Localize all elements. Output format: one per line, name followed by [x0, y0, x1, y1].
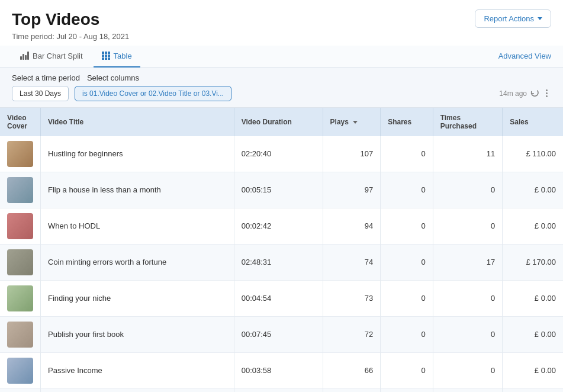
- video-title-text: Hustling for beginners: [48, 149, 123, 158]
- cell-times-purchased: 0: [433, 316, 503, 352]
- data-table-container: VideoCover Video Title Video Duration Pl…: [0, 108, 563, 392]
- table-row: Become a YouTuber 01:13:04 60 0 7 £ 105.: [0, 388, 563, 392]
- time-period-filter-button[interactable]: Last 30 Days: [12, 86, 69, 101]
- times-purchased-value: 0: [491, 221, 495, 230]
- plays-value: 107: [360, 149, 373, 158]
- cell-shares: 0: [381, 208, 433, 244]
- cell-video-cover: [0, 388, 41, 392]
- video-thumbnail: [7, 177, 33, 203]
- cell-video-duration: 00:02:42: [234, 208, 323, 244]
- cell-sales: £ 0.00: [503, 316, 563, 352]
- cell-times-purchased: 17: [433, 244, 503, 280]
- col-header-plays[interactable]: Plays: [323, 108, 381, 136]
- filter-labels: Select a time period Select columns: [12, 73, 551, 82]
- cell-sales: £ 0.00: [503, 280, 563, 316]
- shares-value: 0: [421, 330, 425, 339]
- col-header-shares: Shares: [381, 108, 433, 136]
- cell-times-purchased: 0: [433, 172, 503, 208]
- sales-value: £ 170.00: [526, 258, 556, 266]
- bar-chart-split-icon: [20, 52, 29, 60]
- filters-area: Select a time period Select columns Last…: [0, 68, 563, 108]
- cell-video-cover: [0, 172, 41, 208]
- cell-video-cover: [0, 208, 41, 244]
- video-duration-text: 00:02:42: [242, 221, 272, 230]
- shares-value: 0: [421, 221, 425, 230]
- cell-times-purchased: 0: [433, 352, 503, 388]
- sales-value: £ 0.00: [535, 185, 556, 194]
- table-row: Flip a house in less than a month 00:05:…: [0, 172, 563, 208]
- table-icon: [102, 52, 110, 60]
- cell-sales: £ 110.00: [503, 136, 563, 172]
- sales-value: £ 0.00: [535, 294, 556, 303]
- tabs-left: Bar Chart Split Table: [12, 46, 140, 67]
- cell-shares: 0: [381, 316, 433, 352]
- table-body: Hustling for beginners 02:20:40 107 0 11: [0, 136, 563, 392]
- cell-video-duration: 00:03:58: [234, 352, 323, 388]
- cell-shares: 0: [381, 244, 433, 280]
- tab-bar-chart-split[interactable]: Bar Chart Split: [12, 46, 91, 68]
- cell-plays: 60: [323, 388, 381, 392]
- cell-shares: 0: [381, 136, 433, 172]
- times-purchased-value: 0: [491, 294, 495, 303]
- cell-sales: £ 0.00: [503, 352, 563, 388]
- cell-sales: £ 105.00: [503, 388, 563, 392]
- cell-video-cover: [0, 244, 41, 280]
- plays-value: 94: [365, 221, 373, 230]
- cell-sales: £ 0.00: [503, 172, 563, 208]
- sort-arrow-plays: [353, 121, 358, 124]
- video-title-text: Publish your first book: [48, 330, 124, 339]
- cell-video-title: When to HODL: [41, 208, 234, 244]
- cell-shares: 0: [381, 352, 433, 388]
- table-row: Finding your niche 00:04:54 73 0 0 £ 0.0: [0, 280, 563, 316]
- cell-video-title: Finding your niche: [41, 280, 234, 316]
- plays-value: 66: [365, 366, 373, 375]
- table-header-row: VideoCover Video Title Video Duration Pl…: [0, 108, 563, 136]
- col-header-sales: Sales: [503, 108, 563, 136]
- tab-bar-chart-split-label: Bar Chart Split: [33, 52, 83, 60]
- table-row: Coin minting errors worth a fortune 02:4…: [0, 244, 563, 280]
- chevron-down-icon: [538, 17, 542, 20]
- video-title-text: When to HODL: [48, 221, 100, 230]
- video-title-text: Finding your niche: [48, 294, 111, 303]
- cell-video-title: Hustling for beginners: [41, 136, 234, 172]
- times-purchased-value: 0: [491, 185, 495, 194]
- cell-video-title: Publish your first book: [41, 316, 234, 352]
- tab-table-label: Table: [114, 52, 132, 60]
- cell-video-cover: [0, 352, 41, 388]
- times-purchased-value: 17: [487, 258, 495, 266]
- cell-video-duration: 02:20:40: [234, 136, 323, 172]
- tab-table[interactable]: Table: [94, 46, 140, 68]
- columns-label: Select columns: [87, 73, 139, 82]
- table-row: When to HODL 00:02:42 94 0 0 £ 0.00: [0, 208, 563, 244]
- times-purchased-value: 0: [491, 330, 495, 339]
- advanced-view-link[interactable]: Advanced View: [498, 52, 551, 60]
- cell-sales: £ 170.00: [503, 244, 563, 280]
- cell-video-cover: [0, 316, 41, 352]
- col-header-video-cover: VideoCover: [0, 108, 41, 136]
- plays-value: 97: [365, 185, 373, 194]
- cell-video-title: Passive Income: [41, 352, 234, 388]
- video-thumbnail: [7, 213, 33, 239]
- time-period-label: Select a time period: [12, 73, 80, 82]
- columns-filter-button[interactable]: is 01.Video Cover or 02.Video Title or 0…: [75, 86, 231, 101]
- table-row: Hustling for beginners 02:20:40 107 0 11: [0, 136, 563, 172]
- cell-video-duration: 01:13:04: [234, 388, 323, 392]
- cell-plays: 73: [323, 280, 381, 316]
- video-duration-text: 00:05:15: [242, 185, 272, 194]
- more-options-icon[interactable]: [542, 87, 551, 99]
- cell-plays: 66: [323, 352, 381, 388]
- sales-value: £ 110.00: [526, 149, 556, 158]
- shares-value: 0: [421, 294, 425, 303]
- video-thumbnail: [7, 285, 33, 311]
- sales-value: £ 0.00: [535, 366, 556, 375]
- data-table: VideoCover Video Title Video Duration Pl…: [0, 108, 563, 392]
- title-group: Top Videos Time period: Jul 20 - Aug 18,…: [12, 9, 129, 41]
- report-actions-label: Report Actions: [484, 14, 534, 23]
- video-duration-text: 00:04:54: [242, 294, 272, 303]
- cell-video-duration: 00:04:54: [234, 280, 323, 316]
- times-purchased-value: 11: [487, 149, 495, 158]
- refresh-icon[interactable]: [530, 89, 539, 98]
- cell-shares: 0: [381, 388, 433, 392]
- video-duration-text: 00:03:58: [242, 366, 272, 375]
- report-actions-button[interactable]: Report Actions: [475, 9, 551, 28]
